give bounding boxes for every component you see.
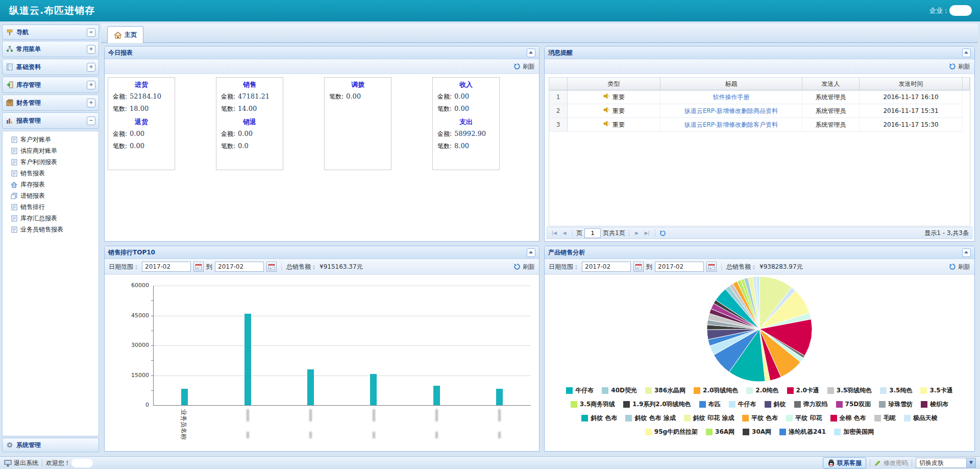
calendar-icon[interactable] — [633, 262, 644, 272]
legend-item[interactable]: 毛呢 — [874, 414, 896, 423]
legend-item[interactable]: 3.5纯色 — [880, 386, 912, 395]
column-header[interactable] — [549, 78, 568, 90]
collapse-icon[interactable] — [527, 49, 535, 57]
tree-item[interactable]: 业务员销售报表 — [3, 224, 99, 235]
legend-item[interactable]: 斜纹 色布 — [581, 414, 617, 423]
legend-item[interactable]: 2.0卡通 — [787, 386, 819, 395]
sidebar-collapse-icon[interactable]: « — [87, 28, 95, 37]
message-row[interactable]: 3 重要纵道云ERP-新增修改删除客户资料系统管理员2016-11-17 15:… — [549, 118, 970, 132]
legend-item[interactable]: 珍珠雪纺 — [879, 400, 913, 409]
card-group-title[interactable]: 进货 — [108, 79, 175, 90]
sidebar-section-2[interactable]: 基础资料+ — [2, 59, 99, 75]
legend-item[interactable]: 75D双面 — [836, 400, 871, 409]
date-from-input[interactable]: 2017-02 — [142, 262, 191, 272]
column-header[interactable]: 类型 — [568, 78, 660, 90]
legend-item[interactable]: 牛仔布 — [729, 400, 756, 409]
legend-item[interactable]: 斜纹 — [765, 400, 786, 409]
legend-item[interactable]: 斜纹 色布 涂成 — [625, 414, 675, 423]
legend-item[interactable]: 涤纶机器241 — [779, 428, 826, 436]
first-page-button[interactable]: |◀ — [550, 229, 558, 237]
legend-item[interactable]: 布匹 — [699, 400, 721, 409]
legend-item[interactable]: 极品天梭 — [904, 414, 938, 423]
sidebar-section-3[interactable]: 库存管理+ — [2, 77, 99, 93]
card-group-title[interactable]: 调拨 — [325, 79, 391, 90]
legend-item[interactable]: 36A网 — [706, 428, 734, 436]
legend-item[interactable]: 3.5商务羽绒 — [571, 400, 615, 409]
expand-toggle-button[interactable]: + — [87, 45, 95, 54]
collapse-icon[interactable] — [962, 248, 971, 257]
refresh-button[interactable]: 刷新 — [948, 263, 970, 271]
legend-item[interactable]: 3.5卡通 — [920, 386, 952, 395]
collapse-icon[interactable] — [527, 248, 535, 257]
message-row[interactable]: 1 重要软件操作手册系统管理员2016-11-17 16:10 — [549, 90, 970, 104]
legend-item[interactable]: 1.9系列2.0羽绒纯色 — [623, 400, 691, 409]
calendar-icon[interactable] — [706, 262, 717, 272]
message-title-link[interactable]: 软件操作手册 — [660, 90, 802, 104]
tree-item[interactable]: 销售排行 — [3, 201, 99, 213]
legend-item[interactable]: 95g牛奶丝拉架 — [645, 428, 698, 436]
tree-item[interactable]: 库存报表 — [3, 179, 99, 190]
card-group-title[interactable]: 销退 — [216, 116, 283, 128]
refresh-button[interactable]: 刷新 — [948, 62, 970, 71]
tree-item[interactable]: 销售报表 — [3, 168, 99, 179]
legend-item[interactable]: 386水晶网 — [645, 386, 685, 395]
switch-skin-select[interactable]: 切换皮肤 ▼ — [916, 458, 976, 468]
message-title-link[interactable]: 纵道云ERP-新增修改删除商品资料 — [660, 104, 802, 118]
expand-toggle-button[interactable]: − — [87, 116, 95, 125]
legend-item[interactable]: 30A网 — [743, 428, 771, 436]
card-group-title[interactable]: 销售 — [216, 79, 283, 90]
date-from-input[interactable]: 2017-02 — [582, 262, 631, 272]
refresh-button[interactable]: 刷新 — [513, 62, 535, 71]
sidebar-section-4[interactable]: 财务管理+ — [2, 95, 99, 111]
prev-page-button[interactable]: ◀ — [560, 229, 569, 237]
refresh-button[interactable]: 刷新 — [513, 263, 535, 271]
legend-item[interactable]: 40D荧光 — [602, 386, 637, 395]
card-group-title[interactable]: 退货 — [108, 116, 175, 128]
expand-toggle-button[interactable]: + — [87, 81, 95, 89]
message-title-link[interactable]: 纵道云ERP-新增修改删除客户资料 — [660, 118, 802, 132]
card-group-title[interactable]: 收入 — [433, 79, 499, 90]
calendar-icon[interactable] — [193, 262, 204, 272]
tree-item[interactable]: 客户对账单 — [3, 134, 99, 145]
legend-item[interactable]: 斜纹 印花 涂成 — [684, 414, 734, 423]
date-to-input[interactable]: 2017-02 — [655, 262, 704, 272]
page-number-input[interactable] — [584, 228, 601, 238]
sidebar-section-5[interactable]: 报表管理− — [2, 112, 99, 129]
calendar-icon[interactable] — [266, 262, 277, 272]
expand-toggle-button[interactable]: + — [87, 99, 95, 107]
legend-item[interactable]: 2.0纯色 — [746, 386, 778, 395]
tree-item-label: 进销报表 — [20, 192, 45, 200]
column-header[interactable]: 发送时间 — [860, 78, 963, 90]
legend-item[interactable]: 全棉 色布 — [830, 414, 866, 423]
change-password-button[interactable]: 修改密码 — [874, 459, 908, 467]
legend-item[interactable]: 平纹 色布 — [742, 414, 778, 423]
tree-item[interactable]: 进销报表 — [3, 190, 99, 201]
logout-button[interactable]: 退出系统 — [4, 459, 38, 467]
date-to-input[interactable]: 2017-02 — [215, 262, 264, 272]
legend-item[interactable]: 加密美国网 — [834, 428, 874, 436]
column-header[interactable]: 发送人 — [802, 78, 860, 90]
legend-item[interactable]: 3.5羽绒纯色 — [827, 386, 872, 395]
tab-home[interactable]: 主页 — [107, 26, 143, 43]
legend-item[interactable]: 2.0羽绒纯色 — [694, 386, 738, 395]
message-row[interactable]: 2 重要纵道云ERP-新增修改删除商品资料系统管理员2016-11-17 15:… — [549, 104, 970, 118]
sidebar-section-system[interactable]: 系统管理 — [2, 438, 99, 452]
tab-bar: 主页 — [101, 24, 978, 43]
tree-item[interactable]: 库存汇总报表 — [3, 213, 99, 224]
legend-item[interactable]: 弹力双绉 — [794, 400, 828, 409]
sidebar-section-1[interactable]: 常用菜单+ — [2, 41, 99, 57]
legend-item[interactable]: 牛仔布 — [566, 386, 594, 395]
next-page-button[interactable]: ▶ — [633, 229, 641, 237]
legend-item[interactable]: 梭织布 — [921, 400, 948, 409]
tree-item[interactable]: 供应商对账单 — [3, 145, 99, 156]
collapse-icon[interactable] — [962, 49, 971, 57]
contact-support-button[interactable]: 联系客服 — [823, 457, 866, 468]
tree-item[interactable]: 客户利润报表 — [3, 156, 99, 168]
card-group-title[interactable]: 支出 — [433, 116, 499, 128]
y-axis-line — [153, 286, 154, 405]
last-page-button[interactable]: ▶| — [643, 229, 651, 237]
refresh-icon[interactable] — [659, 229, 667, 237]
legend-item[interactable]: 平纹 印花 — [786, 414, 822, 423]
expand-toggle-button[interactable]: + — [87, 63, 95, 72]
column-header[interactable]: 标题 — [660, 78, 802, 90]
